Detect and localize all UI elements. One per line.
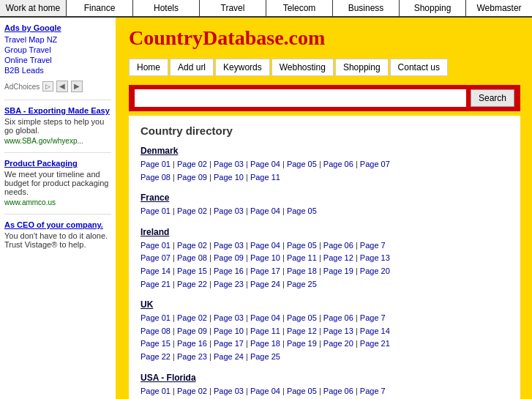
page-link[interactable]: Page 24 <box>214 352 244 361</box>
sidebar-ad-url-0[interactable]: www.SBA.gov/whyexp... <box>4 137 111 145</box>
next-arrow[interactable]: ▶ <box>71 81 83 92</box>
page-link[interactable]: Page 05 <box>287 313 317 322</box>
page-link[interactable]: Page 06 <box>323 241 353 250</box>
page-link[interactable]: Page 12 <box>323 253 353 262</box>
page-link[interactable]: Page 25 <box>250 352 280 361</box>
country-name-usa---florida[interactable]: USA - Florida <box>141 373 509 383</box>
top-nav-item-work-at-home[interactable]: Work at home <box>0 0 67 16</box>
page-link[interactable]: Page 06 <box>323 387 353 395</box>
prev-arrow[interactable]: ◀ <box>56 81 68 92</box>
page-link[interactable]: Page 20 <box>360 266 390 275</box>
page-link[interactable]: Page 23 <box>177 352 207 361</box>
page-link[interactable]: Page 14 <box>360 327 390 335</box>
page-link[interactable]: Page 10 <box>250 253 280 262</box>
page-link[interactable]: Page 08 <box>177 253 207 262</box>
page-link[interactable]: Page 05 <box>287 387 317 395</box>
page-link[interactable]: Page 01 <box>141 241 171 250</box>
page-link[interactable]: Page 02 <box>177 387 207 395</box>
page-link[interactable]: Page 03 <box>214 241 244 250</box>
page-link[interactable]: Page 15 <box>141 339 171 348</box>
country-name-france[interactable]: France <box>141 193 509 203</box>
page-link[interactable]: Page 21 <box>141 280 171 288</box>
search-input[interactable] <box>135 89 466 107</box>
sidebar-link-travel-map-nz[interactable]: Travel Map NZ <box>4 35 111 44</box>
top-nav-item-business[interactable]: Business <box>333 0 400 16</box>
page-link[interactable]: Page 01 <box>141 160 171 168</box>
page-link[interactable]: Page 03 <box>214 387 244 395</box>
page-link[interactable]: Page 07 <box>141 253 171 262</box>
page-link[interactable]: Page 06 <box>323 313 353 322</box>
page-link[interactable]: Page 02 <box>177 313 207 322</box>
page-link[interactable]: Page 03 <box>214 160 244 168</box>
content-nav-item-keywords[interactable]: Keywords <box>215 59 270 76</box>
content-nav-item-add-url[interactable]: Add url <box>170 59 214 76</box>
top-nav-item-telecom[interactable]: Telecom <box>266 0 333 16</box>
page-link[interactable]: Page 24 <box>250 280 280 288</box>
sidebar-ad-title-2[interactable]: As CEO of your company. <box>4 220 111 229</box>
page-link[interactable]: Page 16 <box>214 266 244 275</box>
page-link[interactable]: Page 17 <box>250 266 280 275</box>
page-link[interactable]: Page 02 <box>177 206 207 215</box>
adchoices-icon[interactable]: ▷ <box>42 81 53 92</box>
page-link[interactable]: Page 09 <box>177 327 207 335</box>
page-link[interactable]: Page 11 <box>287 253 317 262</box>
page-link[interactable]: Page 23 <box>214 280 244 288</box>
top-nav-item-shopping[interactable]: Shopping <box>400 0 466 16</box>
page-link[interactable]: Page 02 <box>177 241 207 250</box>
sidebar-ad-title-0[interactable]: SBA - Exporting Made Easy <box>4 106 111 115</box>
page-link[interactable]: Page 14 <box>141 266 171 275</box>
page-link[interactable]: Page 12 <box>287 327 317 335</box>
page-link[interactable]: Page 17 <box>214 339 244 348</box>
page-link[interactable]: Page 11 <box>250 327 280 335</box>
page-link[interactable]: Page 04 <box>250 206 280 215</box>
top-nav-item-hotels[interactable]: Hotels <box>133 0 200 16</box>
content-nav-item-shopping[interactable]: Shopping <box>335 59 389 76</box>
page-link[interactable]: Page 01 <box>141 313 171 322</box>
page-link[interactable]: Page 20 <box>323 339 353 348</box>
country-name-denmark[interactable]: Denmark <box>141 146 509 156</box>
country-name-ireland[interactable]: Ireland <box>141 227 509 237</box>
page-link[interactable]: Page 05 <box>287 206 317 215</box>
page-link[interactable]: Page 08 <box>141 173 171 182</box>
page-link[interactable]: Page 22 <box>177 280 207 288</box>
page-link[interactable]: Page 05 <box>287 160 317 168</box>
page-link[interactable]: Page 16 <box>177 339 207 348</box>
page-link[interactable]: Page 07 <box>360 160 390 168</box>
page-link[interactable]: Page 05 <box>287 241 317 250</box>
page-link[interactable]: Page 18 <box>287 266 317 275</box>
page-link[interactable]: Page 7 <box>360 387 386 395</box>
sidebar-link-b2b-leads[interactable]: B2B Leads <box>4 66 111 75</box>
page-link[interactable]: Page 18 <box>250 339 280 348</box>
sidebar-ad-title-1[interactable]: Product Packaging <box>4 159 111 168</box>
page-link[interactable]: Page 09 <box>177 173 207 182</box>
page-link[interactable]: Page 01 <box>141 387 171 395</box>
top-nav-item-webmaster[interactable]: Webmaster <box>466 0 532 16</box>
page-link[interactable]: Page 19 <box>323 266 353 275</box>
page-link[interactable]: Page 25 <box>287 280 317 288</box>
sidebar-link-group-travel[interactable]: Group Travel <box>4 45 111 54</box>
page-link[interactable]: Page 03 <box>214 206 244 215</box>
page-link[interactable]: Page 13 <box>360 253 390 262</box>
page-link[interactable]: Page 04 <box>250 313 280 322</box>
page-link[interactable]: Page 10 <box>214 327 244 335</box>
top-nav-item-finance[interactable]: Finance <box>67 0 133 16</box>
content-nav-item-home[interactable]: Home <box>129 59 168 76</box>
page-link[interactable]: Page 02 <box>177 160 207 168</box>
country-name-uk[interactable]: UK <box>141 299 509 310</box>
content-nav-item-contact-us[interactable]: Contact us <box>390 59 448 76</box>
sidebar-ad-url-1[interactable]: www.ammco.us <box>4 198 111 206</box>
search-button[interactable]: Search <box>471 89 514 107</box>
page-link[interactable]: Page 15 <box>177 266 207 275</box>
sidebar-link-online-travel[interactable]: Online Travel <box>4 56 111 64</box>
page-link[interactable]: Page 03 <box>214 313 244 322</box>
page-link[interactable]: Page 09 <box>214 253 244 262</box>
page-link[interactable]: Page 21 <box>360 339 390 348</box>
page-link[interactable]: Page 10 <box>214 173 244 182</box>
page-link[interactable]: Page 13 <box>323 327 353 335</box>
page-link[interactable]: Page 11 <box>250 173 280 182</box>
page-link[interactable]: Page 19 <box>287 339 317 348</box>
page-link[interactable]: Page 04 <box>250 387 280 395</box>
top-nav-item-travel[interactable]: Travel <box>200 0 266 16</box>
page-link[interactable]: Page 08 <box>141 327 171 335</box>
page-link[interactable]: Page 7 <box>360 241 386 250</box>
